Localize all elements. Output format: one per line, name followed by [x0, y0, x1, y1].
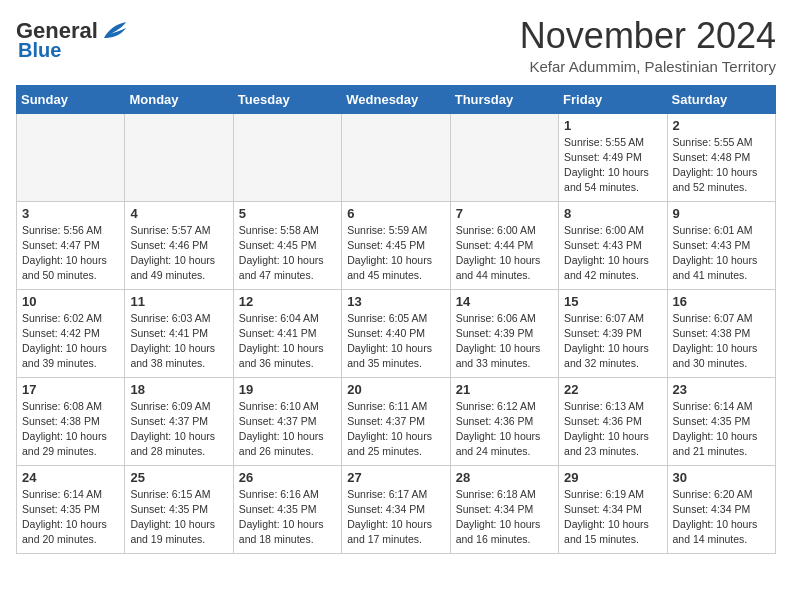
day-number: 4	[130, 206, 227, 221]
day-number: 17	[22, 382, 119, 397]
day-number: 9	[673, 206, 770, 221]
calendar-cell: 18Sunrise: 6:09 AMSunset: 4:37 PMDayligh…	[125, 377, 233, 465]
calendar-cell: 19Sunrise: 6:10 AMSunset: 4:37 PMDayligh…	[233, 377, 341, 465]
day-info: Sunrise: 6:10 AMSunset: 4:37 PMDaylight:…	[239, 399, 336, 460]
day-number: 28	[456, 470, 553, 485]
month-title: November 2024	[520, 16, 776, 56]
day-number: 22	[564, 382, 661, 397]
day-number: 5	[239, 206, 336, 221]
calendar-cell: 13Sunrise: 6:05 AMSunset: 4:40 PMDayligh…	[342, 289, 450, 377]
calendar-header-monday: Monday	[125, 85, 233, 113]
title-area: November 2024 Kefar Adummim, Palestinian…	[520, 16, 776, 75]
calendar-cell: 24Sunrise: 6:14 AMSunset: 4:35 PMDayligh…	[17, 465, 125, 553]
day-info: Sunrise: 6:05 AMSunset: 4:40 PMDaylight:…	[347, 311, 444, 372]
day-info: Sunrise: 6:08 AMSunset: 4:38 PMDaylight:…	[22, 399, 119, 460]
calendar-cell: 30Sunrise: 6:20 AMSunset: 4:34 PMDayligh…	[667, 465, 775, 553]
calendar-header-row: SundayMondayTuesdayWednesdayThursdayFrid…	[17, 85, 776, 113]
calendar-cell	[17, 113, 125, 201]
calendar-cell: 29Sunrise: 6:19 AMSunset: 4:34 PMDayligh…	[559, 465, 667, 553]
calendar-cell: 6Sunrise: 5:59 AMSunset: 4:45 PMDaylight…	[342, 201, 450, 289]
calendar-header-friday: Friday	[559, 85, 667, 113]
day-info: Sunrise: 6:17 AMSunset: 4:34 PMDaylight:…	[347, 487, 444, 548]
day-number: 13	[347, 294, 444, 309]
calendar-cell: 20Sunrise: 6:11 AMSunset: 4:37 PMDayligh…	[342, 377, 450, 465]
day-info: Sunrise: 6:03 AMSunset: 4:41 PMDaylight:…	[130, 311, 227, 372]
day-number: 30	[673, 470, 770, 485]
day-number: 24	[22, 470, 119, 485]
day-number: 7	[456, 206, 553, 221]
day-info: Sunrise: 6:16 AMSunset: 4:35 PMDaylight:…	[239, 487, 336, 548]
logo-blue-text: Blue	[18, 40, 61, 60]
calendar-header-saturday: Saturday	[667, 85, 775, 113]
calendar-cell: 8Sunrise: 6:00 AMSunset: 4:43 PMDaylight…	[559, 201, 667, 289]
day-number: 21	[456, 382, 553, 397]
day-number: 6	[347, 206, 444, 221]
calendar-cell: 28Sunrise: 6:18 AMSunset: 4:34 PMDayligh…	[450, 465, 558, 553]
calendar-cell: 10Sunrise: 6:02 AMSunset: 4:42 PMDayligh…	[17, 289, 125, 377]
day-number: 15	[564, 294, 661, 309]
calendar-cell: 15Sunrise: 6:07 AMSunset: 4:39 PMDayligh…	[559, 289, 667, 377]
calendar-header-wednesday: Wednesday	[342, 85, 450, 113]
calendar-cell: 27Sunrise: 6:17 AMSunset: 4:34 PMDayligh…	[342, 465, 450, 553]
day-number: 8	[564, 206, 661, 221]
calendar-cell: 16Sunrise: 6:07 AMSunset: 4:38 PMDayligh…	[667, 289, 775, 377]
day-number: 12	[239, 294, 336, 309]
calendar-cell	[342, 113, 450, 201]
calendar-cell: 4Sunrise: 5:57 AMSunset: 4:46 PMDaylight…	[125, 201, 233, 289]
day-info: Sunrise: 5:55 AMSunset: 4:49 PMDaylight:…	[564, 135, 661, 196]
day-info: Sunrise: 6:01 AMSunset: 4:43 PMDaylight:…	[673, 223, 770, 284]
day-info: Sunrise: 6:00 AMSunset: 4:44 PMDaylight:…	[456, 223, 553, 284]
day-number: 11	[130, 294, 227, 309]
calendar-cell: 26Sunrise: 6:16 AMSunset: 4:35 PMDayligh…	[233, 465, 341, 553]
day-info: Sunrise: 6:11 AMSunset: 4:37 PMDaylight:…	[347, 399, 444, 460]
calendar-cell: 3Sunrise: 5:56 AMSunset: 4:47 PMDaylight…	[17, 201, 125, 289]
calendar-cell	[450, 113, 558, 201]
day-info: Sunrise: 6:14 AMSunset: 4:35 PMDaylight:…	[22, 487, 119, 548]
calendar-cell: 9Sunrise: 6:01 AMSunset: 4:43 PMDaylight…	[667, 201, 775, 289]
day-number: 1	[564, 118, 661, 133]
day-number: 26	[239, 470, 336, 485]
calendar-cell: 11Sunrise: 6:03 AMSunset: 4:41 PMDayligh…	[125, 289, 233, 377]
calendar-cell: 12Sunrise: 6:04 AMSunset: 4:41 PMDayligh…	[233, 289, 341, 377]
calendar-cell: 25Sunrise: 6:15 AMSunset: 4:35 PMDayligh…	[125, 465, 233, 553]
day-info: Sunrise: 6:20 AMSunset: 4:34 PMDaylight:…	[673, 487, 770, 548]
day-number: 27	[347, 470, 444, 485]
day-info: Sunrise: 6:07 AMSunset: 4:38 PMDaylight:…	[673, 311, 770, 372]
calendar-cell	[233, 113, 341, 201]
calendar-week-row: 1Sunrise: 5:55 AMSunset: 4:49 PMDaylight…	[17, 113, 776, 201]
day-number: 2	[673, 118, 770, 133]
day-number: 18	[130, 382, 227, 397]
calendar-week-row: 17Sunrise: 6:08 AMSunset: 4:38 PMDayligh…	[17, 377, 776, 465]
header: General Blue November 2024 Kefar Adummim…	[16, 16, 776, 75]
calendar-cell: 7Sunrise: 6:00 AMSunset: 4:44 PMDaylight…	[450, 201, 558, 289]
day-number: 23	[673, 382, 770, 397]
calendar-cell	[125, 113, 233, 201]
day-info: Sunrise: 6:00 AMSunset: 4:43 PMDaylight:…	[564, 223, 661, 284]
calendar-cell: 17Sunrise: 6:08 AMSunset: 4:38 PMDayligh…	[17, 377, 125, 465]
day-info: Sunrise: 6:07 AMSunset: 4:39 PMDaylight:…	[564, 311, 661, 372]
day-number: 19	[239, 382, 336, 397]
day-info: Sunrise: 5:56 AMSunset: 4:47 PMDaylight:…	[22, 223, 119, 284]
day-info: Sunrise: 6:15 AMSunset: 4:35 PMDaylight:…	[130, 487, 227, 548]
calendar-cell: 2Sunrise: 5:55 AMSunset: 4:48 PMDaylight…	[667, 113, 775, 201]
day-info: Sunrise: 6:06 AMSunset: 4:39 PMDaylight:…	[456, 311, 553, 372]
calendar-cell: 21Sunrise: 6:12 AMSunset: 4:36 PMDayligh…	[450, 377, 558, 465]
location-title: Kefar Adummim, Palestinian Territory	[520, 58, 776, 75]
calendar-header-tuesday: Tuesday	[233, 85, 341, 113]
day-number: 14	[456, 294, 553, 309]
day-info: Sunrise: 5:59 AMSunset: 4:45 PMDaylight:…	[347, 223, 444, 284]
calendar-cell: 5Sunrise: 5:58 AMSunset: 4:45 PMDaylight…	[233, 201, 341, 289]
calendar-header-sunday: Sunday	[17, 85, 125, 113]
day-number: 29	[564, 470, 661, 485]
calendar-week-row: 24Sunrise: 6:14 AMSunset: 4:35 PMDayligh…	[17, 465, 776, 553]
day-number: 10	[22, 294, 119, 309]
day-info: Sunrise: 6:12 AMSunset: 4:36 PMDaylight:…	[456, 399, 553, 460]
day-info: Sunrise: 5:58 AMSunset: 4:45 PMDaylight:…	[239, 223, 336, 284]
day-info: Sunrise: 6:02 AMSunset: 4:42 PMDaylight:…	[22, 311, 119, 372]
calendar-cell: 22Sunrise: 6:13 AMSunset: 4:36 PMDayligh…	[559, 377, 667, 465]
logo-bird-icon	[100, 20, 128, 42]
day-number: 20	[347, 382, 444, 397]
day-info: Sunrise: 6:19 AMSunset: 4:34 PMDaylight:…	[564, 487, 661, 548]
day-info: Sunrise: 6:14 AMSunset: 4:35 PMDaylight:…	[673, 399, 770, 460]
day-info: Sunrise: 5:57 AMSunset: 4:46 PMDaylight:…	[130, 223, 227, 284]
